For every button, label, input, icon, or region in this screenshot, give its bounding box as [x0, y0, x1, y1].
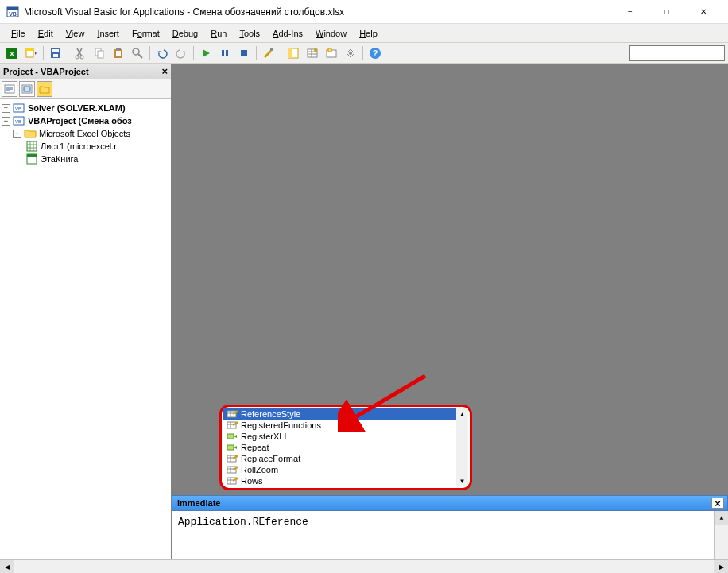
- folder-icon: [24, 128, 37, 139]
- app-icon: VB: [6, 6, 19, 18]
- project-explorer: Project - VBAProject × + VB Solver (SOLV…: [0, 64, 172, 573]
- maximize-button[interactable]: □: [649, 0, 685, 24]
- tree-node-excel-objects[interactable]: − Microsoft Excel Objects: [2, 127, 169, 140]
- cut-icon[interactable]: [72, 45, 89, 62]
- intellisense-item-label: ReferenceStyle: [241, 409, 300, 419]
- intellisense-scrollbar[interactable]: ▲ ▼: [456, 408, 468, 486]
- scroll-right-icon[interactable]: ▶: [714, 560, 728, 573]
- svg-point-25: [314, 48, 317, 52]
- properties-icon[interactable]: [304, 45, 321, 62]
- menu-run[interactable]: Run: [204, 26, 233, 41]
- intellisense-item[interactable]: RegisterXLL: [223, 431, 468, 442]
- intellisense-item[interactable]: ReferenceStyle: [223, 408, 468, 420]
- tree-label: ЭтаКнига: [41, 154, 78, 164]
- undo-icon[interactable]: [153, 45, 171, 62]
- svg-rect-1: [7, 7, 18, 10]
- scroll-track[interactable]: [14, 560, 714, 573]
- intellisense-item-label: RollZoom: [241, 465, 278, 474]
- scroll-up-icon[interactable]: ▲: [456, 408, 468, 420]
- intellisense-popup[interactable]: ReferenceStyleRegisteredFunctionsRegiste…: [219, 405, 472, 490]
- help-icon[interactable]: ?: [366, 45, 384, 62]
- intellisense-item-label: RegisterXLL: [241, 432, 289, 441]
- position-combo[interactable]: [629, 45, 725, 61]
- toolbar-separator: [281, 46, 281, 60]
- tree-label: VBAProject (Смена обоз: [28, 116, 132, 126]
- svg-rect-47: [227, 455, 236, 462]
- menu-debug[interactable]: Debug: [166, 26, 204, 41]
- intellisense-list[interactable]: ReferenceStyleRegisteredFunctionsRegiste…: [223, 408, 468, 486]
- svg-rect-38: [27, 141, 37, 151]
- toggle-folders-icon[interactable]: [37, 81, 52, 97]
- project-panel-header: Project - VBAProject ×: [0, 64, 171, 79]
- tree-node-vbaproject[interactable]: − VB VBAProject (Смена обоз: [2, 114, 169, 127]
- svg-rect-16: [116, 48, 121, 50]
- copy-icon[interactable]: [91, 45, 108, 62]
- scroll-down-icon[interactable]: ▼: [456, 475, 468, 486]
- svg-rect-9: [53, 54, 58, 57]
- menu-tools[interactable]: Tools: [233, 26, 266, 41]
- immediate-text-prefix: Application.: [178, 516, 253, 528]
- insert-module-dropdown[interactable]: [22, 45, 40, 62]
- save-icon[interactable]: [47, 45, 64, 62]
- toolbar-separator: [362, 46, 363, 60]
- intellisense-item[interactable]: Repeat: [223, 442, 468, 453]
- svg-rect-21: [270, 48, 273, 51]
- menu-help[interactable]: Help: [353, 26, 384, 41]
- menu-insert[interactable]: Insert: [91, 26, 126, 41]
- intellisense-item[interactable]: ReplaceFormat: [223, 453, 468, 464]
- menu-window[interactable]: Window: [309, 26, 353, 41]
- menu-format[interactable]: Format: [126, 26, 166, 41]
- tree-node-solver[interactable]: + VB Solver (SOLVER.XLAM): [2, 102, 169, 114]
- toolbar-separator: [193, 46, 194, 60]
- method-icon: [227, 432, 238, 441]
- toolbox-icon[interactable]: [342, 45, 359, 62]
- intellisense-item-label: RegisteredFunctions: [241, 420, 321, 430]
- menu-file[interactable]: File: [5, 26, 32, 41]
- immediate-close-icon[interactable]: ×: [711, 498, 724, 509]
- menu-edit[interactable]: Edit: [32, 26, 60, 41]
- view-code-icon[interactable]: [2, 81, 17, 97]
- collapse-icon[interactable]: −: [2, 117, 10, 126]
- close-button[interactable]: ✕: [685, 0, 722, 24]
- find-icon[interactable]: [129, 45, 146, 62]
- svg-text:?: ?: [373, 48, 378, 58]
- intellisense-item[interactable]: Rows: [223, 475, 468, 486]
- tree-label: Microsoft Excel Objects: [39, 129, 130, 138]
- minimize-button[interactable]: −: [612, 0, 649, 24]
- project-panel-toolbar: [0, 79, 171, 99]
- tree-node-thisworkbook[interactable]: ЭтаКнига: [2, 153, 169, 165]
- project-tree[interactable]: + VB Solver (SOLVER.XLAM) − VB VBAProjec…: [0, 99, 171, 573]
- reset-icon[interactable]: [235, 45, 253, 62]
- svg-rect-13: [98, 51, 103, 58]
- collapse-icon[interactable]: −: [13, 130, 21, 138]
- menu-addins[interactable]: Add-Ins: [266, 26, 309, 41]
- object-browser-icon[interactable]: [323, 45, 340, 62]
- immediate-header[interactable]: Immediate ×: [172, 495, 728, 511]
- menu-bar: File Edit View Insert Format Debug Run T…: [0, 24, 728, 43]
- scroll-up-icon[interactable]: ▲: [715, 511, 728, 525]
- tree-label: Solver (SOLVER.XLAM): [28, 103, 126, 113]
- break-icon[interactable]: [216, 45, 234, 62]
- svg-rect-19: [226, 50, 228, 56]
- horizontal-scrollbar[interactable]: ◀ ▶: [0, 559, 728, 573]
- redo-icon[interactable]: [172, 45, 190, 62]
- intellisense-item[interactable]: RollZoom: [223, 464, 468, 475]
- paste-icon[interactable]: [110, 45, 127, 62]
- project-panel-close[interactable]: ×: [161, 65, 168, 77]
- svg-rect-23: [288, 48, 292, 58]
- project-explorer-icon[interactable]: [285, 45, 302, 62]
- menu-view[interactable]: View: [60, 26, 91, 41]
- scroll-left-icon[interactable]: ◀: [0, 560, 14, 573]
- design-mode-icon[interactable]: [260, 45, 277, 62]
- svg-rect-49: [227, 467, 236, 473]
- excel-icon[interactable]: X: [3, 45, 21, 62]
- tree-node-sheet1[interactable]: Лист1 (microexcel.r: [2, 140, 169, 153]
- svg-rect-51: [227, 478, 236, 484]
- run-icon[interactable]: [197, 45, 215, 62]
- worksheet-icon: [25, 141, 38, 152]
- svg-rect-18: [222, 50, 224, 56]
- expand-icon[interactable]: +: [2, 104, 10, 113]
- svg-rect-15: [116, 51, 121, 56]
- intellisense-item[interactable]: RegisteredFunctions: [223, 420, 468, 431]
- view-object-icon[interactable]: [19, 81, 35, 97]
